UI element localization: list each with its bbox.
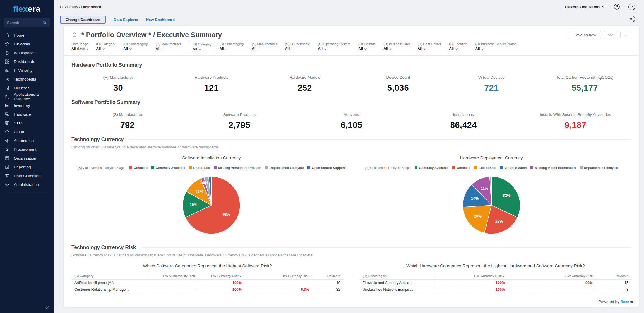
- filter-h-category[interactable]: (H) Category All: [96, 41, 119, 53]
- table-row[interactable]: Firewalls and Security Applian...100%93%…: [360, 280, 632, 286]
- user-avatar-button[interactable]: [613, 3, 620, 10]
- filter-h-manufacturer[interactable]: (H) Manufacturer All: [156, 41, 185, 53]
- table-cell: -: [148, 293, 198, 295]
- filter-h-business-service-name[interactable]: (H) Business Service Name All: [475, 41, 520, 53]
- table-row[interactable]: Customer Relationship Manage...-100%6.3%…: [71, 286, 343, 293]
- embed-code-button[interactable]: </>: [604, 31, 617, 39]
- filter-d-operating-system[interactable]: (D) Operating System All: [318, 41, 354, 53]
- change-dashboard-button[interactable]: Change Dashboard: [60, 16, 106, 24]
- legend-item-missing-model-information[interactable]: Missing Model Information: [530, 166, 576, 170]
- sidebar-collapse-button[interactable]: «: [45, 304, 49, 311]
- it-visibility-icon: [4, 68, 10, 73]
- table-cell: Customer Relationship Manage...: [71, 286, 148, 293]
- filter-date-range[interactable]: Date range All time: [71, 41, 92, 53]
- filter-d-cost-center[interactable]: (D) Cost Center All: [417, 41, 445, 53]
- filter-s-subcategory[interactable]: (S) Subcategory All: [220, 41, 247, 53]
- column-header-sw-vulnerability-risk[interactable]: SW Vulnerability Risk: [148, 272, 198, 280]
- sidebar-item-data-collection[interactable]: Data Collection: [0, 171, 54, 180]
- sidebar-item-label: Licenses: [14, 86, 29, 90]
- filter-label: (D) Cost Center: [417, 42, 441, 46]
- column-header-sw-currency-risk[interactable]: SW Currency Risk: [508, 272, 596, 280]
- legend-item-end-of-sale[interactable]: End of Sale: [474, 166, 496, 170]
- column-header-s-category[interactable]: (S) Category: [71, 272, 148, 280]
- filter-s-is-licensable[interactable]: (S) Is Licensable All: [285, 41, 314, 53]
- filter-value: All: [96, 47, 115, 51]
- breadcrumb-section[interactable]: IT Visibility: [60, 5, 78, 9]
- sidebar-item-hardware[interactable]: Hardware: [0, 110, 54, 119]
- table-row[interactable]: Load Balancers95%100%44: [360, 293, 632, 295]
- legend-item-obsolete[interactable]: Obsolete: [452, 166, 470, 170]
- search-input[interactable]: [6, 20, 42, 25]
- column-header-h-subcategory[interactable]: (H) Subcategory: [360, 272, 434, 280]
- sidebar-item-applications-evidence[interactable]: Applications & Evidence: [0, 92, 54, 101]
- filter-s-manufacturer[interactable]: (S) Manufacturer All: [252, 41, 280, 53]
- legend-item-unpublished-lifecycle[interactable]: Unpublished Lifecycle: [580, 166, 618, 170]
- hardware-risk-table: Which Hardware Categories Represent the …: [360, 263, 632, 295]
- filter-d-domain[interactable]: (D) Domain All: [358, 41, 379, 53]
- table-cell: 10: [312, 280, 343, 286]
- chevron-down-icon: [162, 47, 164, 49]
- section-heading: Software Portfolio Summary: [71, 99, 140, 105]
- filter-h-subcategory[interactable]: (H) Subcategory All: [123, 41, 151, 53]
- sidebar-item-dashboards[interactable]: Dashboards: [0, 57, 54, 66]
- help-button[interactable]: ?: [628, 4, 635, 10]
- legend-item-obsolete[interactable]: Obsolete: [129, 166, 148, 170]
- sidebar-item-label: Favorites: [14, 42, 30, 46]
- column-header-device[interactable]: Device #: [596, 272, 631, 280]
- sidebar-item-workspaces[interactable]: Workspaces: [0, 48, 54, 57]
- column-header-hw-currency-risk[interactable]: HW Currency Risk: [245, 272, 312, 280]
- sidebar-item-automation[interactable]: Automation: [0, 136, 54, 145]
- more-options-button[interactable]: ...: [620, 31, 631, 39]
- save-as-new-button[interactable]: Save as new: [569, 31, 601, 39]
- data-explorer-link[interactable]: Data Explorer: [114, 18, 138, 22]
- legend-item-generally-available[interactable]: Generally Available: [415, 166, 448, 170]
- pie-slice-label: 1.9%: [200, 180, 208, 185]
- filter-value: All: [285, 47, 310, 51]
- sidebar-item-label: Reporting: [14, 165, 31, 169]
- legend-item-unpublished-lifecycle[interactable]: Unpublished Lifecycle: [265, 166, 304, 170]
- star-icon: [4, 41, 10, 47]
- sidebar-item-inventory[interactable]: Inventory: [0, 101, 54, 110]
- legend-item-missing-version-information[interactable]: Missing Version Information: [214, 166, 261, 170]
- column-header-sw-currency-risk[interactable]: SW Currency Risk ▼: [198, 272, 245, 280]
- new-dashboard-link[interactable]: New Dashboard: [146, 18, 175, 22]
- share-button[interactable]: [629, 16, 635, 23]
- filter-d-location[interactable]: (D) Location All: [449, 41, 471, 53]
- legend-item-generally-available[interactable]: Generally Available: [151, 166, 185, 170]
- section-rule: [147, 65, 631, 65]
- sidebar-item-it-visibility[interactable]: IT Visibility: [0, 66, 54, 75]
- search-icon[interactable]: [42, 20, 47, 25]
- sidebar-item-saas[interactable]: SaaS: [0, 119, 54, 127]
- reporting-icon: [4, 164, 10, 170]
- column-header-hw-currency-risk[interactable]: HW Currency Risk ▼: [434, 272, 508, 280]
- filter-value: All: [358, 47, 376, 51]
- sidebar-item-organization[interactable]: Organization: [0, 154, 54, 163]
- home-icon: [4, 33, 10, 38]
- sidebar-item-home[interactable]: Home: [0, 31, 54, 40]
- legend-item-end-of-life[interactable]: End of Life: [189, 166, 210, 170]
- table-header-row: (S) CategorySW Vulnerability RiskSW Curr…: [71, 272, 343, 280]
- column-header-device[interactable]: Device #: [312, 272, 343, 280]
- table-row[interactable]: Artificial Intelligence (AI)-100%-10: [71, 280, 343, 286]
- sidebar-item-procurement[interactable]: Procurement: [0, 145, 54, 154]
- filter-s-category[interactable]: (S) Category All: [189, 41, 215, 53]
- topbar-right: Flexera One Demo ?: [565, 3, 635, 10]
- filter-d-business-unit[interactable]: (D) Business Unit All: [383, 41, 413, 53]
- chevron-down-icon: [424, 47, 426, 49]
- sidebar-item-licenses[interactable]: Licenses: [0, 83, 54, 92]
- account-label: Flexera One Demo: [565, 5, 600, 9]
- metric-value: 721: [445, 83, 538, 93]
- sidebar-item-cloud[interactable]: Cloud: [0, 127, 54, 136]
- legend-item-open-source-support[interactable]: Open Source Support: [307, 166, 345, 170]
- sidebar-item-label: Procurement: [14, 147, 36, 152]
- table-row[interactable]: Unclassified Network Equipm...100%-3: [360, 286, 632, 293]
- sidebar-item-administration[interactable]: Administration: [0, 180, 54, 189]
- sidebar-item-reporting[interactable]: Reporting: [0, 163, 54, 171]
- sidebar-item-technopedia[interactable]: Technopedia: [0, 75, 54, 83]
- account-menu[interactable]: Flexera One Demo: [565, 5, 605, 9]
- share-icon: [629, 16, 635, 22]
- metric-value: 5,036: [351, 83, 445, 93]
- legend-item-virtual-system[interactable]: Virtual System: [500, 166, 527, 170]
- sidebar-item-favorites[interactable]: Favorites: [0, 40, 54, 48]
- table-row[interactable]: Distributed Network Architectur...-100%4…: [71, 293, 343, 295]
